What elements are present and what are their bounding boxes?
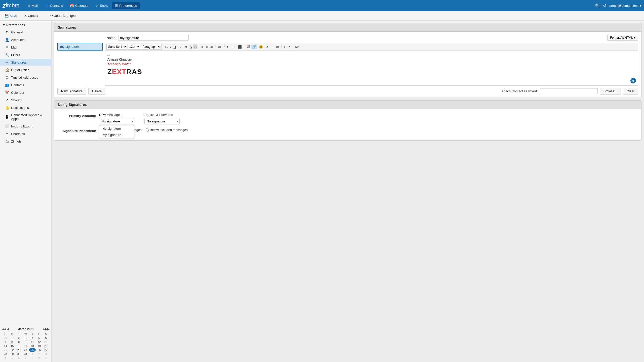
sidebar-item-zimlets[interactable]: 🗂 Zimlets (0, 138, 51, 145)
nav-tasks[interactable]: ✔ Tasks (93, 2, 111, 9)
underline-button[interactable]: U (173, 44, 177, 49)
insert-image-button[interactable]: 🖼 (246, 44, 251, 49)
format-as-html-button[interactable]: Format As HTML ▾ (607, 35, 638, 41)
italic-button[interactable]: I (169, 44, 172, 49)
cancel-button[interactable]: ✕ Cancel (23, 13, 39, 18)
bold-button[interactable]: B (164, 44, 169, 49)
calendar-day[interactable]: 8 (29, 356, 36, 360)
calendar-day[interactable]: 24 (22, 348, 29, 352)
cal-next-next-button[interactable]: ▶▶ (45, 328, 49, 331)
undo-changes-button[interactable]: ↩ Undo Changes (49, 13, 77, 18)
replies-forwards-select[interactable]: No signature my-signature (144, 118, 180, 124)
redo-button[interactable]: ↪ (288, 44, 293, 49)
calendar-day[interactable]: 19 (36, 344, 43, 348)
calendar-day[interactable]: 1 (29, 352, 36, 356)
save-button[interactable]: 💾 Save (3, 13, 19, 18)
calendar-day[interactable]: 20 (43, 344, 49, 348)
font-color-button[interactable]: A (189, 44, 193, 50)
cal-prev-button[interactable]: ◀ (7, 328, 9, 331)
calendar-day[interactable]: 6 (16, 356, 22, 360)
align-left-button[interactable]: ≡ (200, 44, 204, 49)
unordered-list-button[interactable]: ≔ (209, 44, 215, 49)
calendar-day[interactable]: 25 (29, 348, 36, 352)
calendar-day[interactable]: 28 (2, 352, 9, 356)
insert-emoji-button[interactable]: 😊 (258, 44, 264, 49)
cal-next-button[interactable]: ▶ (43, 328, 45, 331)
delete-signature-button[interactable]: Delete (88, 88, 105, 95)
calendar-day[interactable]: 4 (2, 356, 9, 360)
refresh-button[interactable]: ↺ (630, 78, 636, 83)
calendar-day[interactable]: 16 (16, 344, 22, 348)
insert-special-button[interactable]: Ω (264, 44, 269, 49)
calendar-day[interactable]: 10 (22, 340, 29, 344)
calendar-day[interactable]: 26 (36, 348, 43, 352)
sidebar-section-preferences[interactable]: ▾ Preferences (0, 21, 51, 28)
calendar-day[interactable]: 3 (43, 352, 49, 356)
refresh-icon[interactable]: ↺ (603, 3, 606, 8)
calendar-day[interactable]: 4 (29, 336, 36, 340)
insert-hr-button[interactable]: — (269, 44, 275, 49)
undo-button[interactable]: ↩ (283, 44, 288, 49)
bg-color-button[interactable]: A (193, 44, 198, 49)
new-signature-button[interactable]: New Signature (57, 88, 86, 95)
nav-mail[interactable]: ✉ Mail (25, 2, 41, 9)
calendar-day[interactable]: 13 (43, 340, 49, 344)
search-icon[interactable]: 🔍 (595, 3, 600, 8)
editor-area[interactable]: -- Arman Khosravi Technical Writer ZEXTR… (105, 51, 638, 86)
calendar-day[interactable]: 11 (29, 340, 36, 344)
calendar-day[interactable]: 29 (9, 352, 16, 356)
dropdown-option-my-sig[interactable]: my-signature (99, 132, 134, 138)
calendar-day[interactable]: 2 (16, 336, 22, 340)
calendar-day[interactable]: 2 (36, 352, 43, 356)
calendar-day[interactable]: 1 (9, 336, 16, 340)
calendar-day[interactable]: 21 (2, 348, 9, 352)
sidebar-item-shortcuts[interactable]: ✶ Shortcuts (0, 130, 51, 138)
sig-name-input[interactable] (118, 35, 189, 41)
calendar-day[interactable]: 3 (22, 336, 29, 340)
sidebar-item-filters[interactable]: 🔧 Filters (0, 51, 51, 59)
calendar-day[interactable]: 5 (9, 356, 16, 360)
sidebar-item-mail[interactable]: ✉ Mail (0, 43, 51, 51)
clear-button[interactable]: Clear (623, 88, 638, 95)
calendar-day[interactable]: 6 (43, 336, 49, 340)
source-button[interactable]: </> (293, 44, 300, 49)
calendar-day[interactable]: 14 (2, 344, 9, 348)
calendar-day[interactable]: 18 (29, 344, 36, 348)
insert-table-button[interactable]: ⊞ (275, 44, 280, 49)
font-size-select[interactable]: 12pt (128, 44, 140, 50)
calendar-day[interactable]: 31 (22, 352, 29, 356)
calendar-day[interactable]: 28 (2, 336, 9, 340)
calendar-day[interactable]: 23 (16, 348, 22, 352)
user-menu[interactable]: admin@domain.test ▾ (609, 4, 641, 8)
calendar-day[interactable]: 17 (22, 344, 29, 348)
justify-button[interactable]: ⬛ (237, 44, 243, 49)
blockquote-button[interactable]: " (223, 44, 226, 49)
calendar-day[interactable]: 27 (43, 348, 49, 352)
align-center-button[interactable]: ≡ (205, 44, 209, 49)
sidebar-item-outofoffice[interactable]: 🏠 Out of Office (0, 66, 51, 74)
app-logo[interactable]: zimbra (3, 2, 20, 10)
sidebar-item-trusted[interactable]: ⬡ Trusted Addresses (0, 74, 51, 81)
sidebar-item-sharing[interactable]: ↗ Sharing (0, 96, 51, 104)
calendar-day[interactable]: 15 (9, 344, 16, 348)
indent-right-button[interactable]: ⇥ (231, 44, 236, 49)
ordered-list-button[interactable]: 1≔ (215, 44, 222, 49)
calendar-day[interactable]: 9 (16, 340, 22, 344)
nav-contacts[interactable]: 👤 Contacts (42, 2, 66, 9)
sidebar-item-accounts[interactable]: 👤 Accounts (0, 36, 51, 43)
sidebar-item-importexport[interactable]: ⬜ Import / Export (0, 122, 51, 130)
insert-link-button[interactable]: 🔗 (251, 44, 257, 49)
sidebar-item-contacts[interactable]: 👥 Contacts (0, 81, 51, 89)
nav-calendar[interactable]: 📅 Calendar (67, 2, 92, 9)
browse-button[interactable]: Browse... (600, 88, 621, 95)
calendar-day[interactable]: 7 (22, 356, 29, 360)
sidebar-item-general[interactable]: ⚙ General (0, 28, 51, 36)
sidebar-item-notifications[interactable]: 🔔 Notifications (0, 104, 51, 111)
sidebar-item-connecteddevices[interactable]: 📱 Connected Devices & Apps (0, 111, 51, 122)
calendar-day[interactable]: 5 (36, 336, 43, 340)
indent-left-button[interactable]: ⇤ (226, 44, 231, 49)
calendar-day[interactable]: 10 (43, 356, 49, 360)
calendar-day[interactable]: 9 (36, 356, 43, 360)
below-messages-option[interactable]: Below included messages (146, 128, 188, 132)
calendar-day[interactable]: 30 (16, 352, 22, 356)
